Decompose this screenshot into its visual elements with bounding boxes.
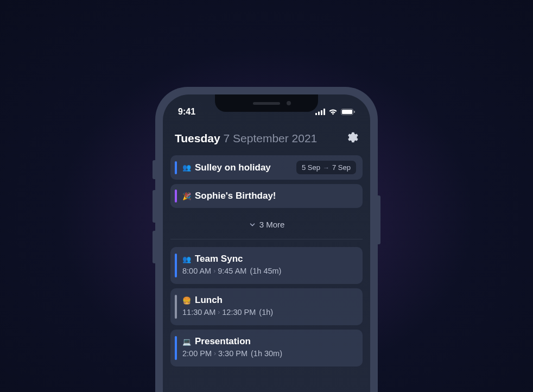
event-title: Sulley on holiday — [195, 162, 271, 173]
event-title-row: 🎉 Sophie's Birthday! — [182, 191, 356, 201]
date-from: 5 Sep — [302, 163, 320, 172]
event-color-stripe — [175, 189, 177, 203]
mute-switch — [153, 160, 155, 179]
event-title: Team Sync — [195, 254, 243, 264]
settings-button[interactable] — [346, 131, 358, 146]
event-title-row: 💻 Presentation — [182, 336, 356, 347]
date-string: 7 September 2021 — [224, 132, 318, 144]
status-icons — [315, 109, 355, 115]
status-time: 9:41 — [178, 107, 195, 117]
battery-icon — [341, 109, 355, 115]
speaker-grille — [253, 102, 280, 105]
event-time: 2:00 PM › 3:30 PM (1h 30m) — [182, 349, 356, 358]
end-time: 9:45 AM — [218, 267, 246, 275]
people-icon: 👥 — [182, 163, 191, 172]
duration: (1h) — [259, 308, 273, 317]
event-color-stripe — [175, 254, 177, 277]
party-icon: 🎉 — [182, 192, 191, 200]
event-color-stripe — [175, 295, 177, 319]
volume-down-button — [153, 231, 155, 263]
volume-up-button — [153, 190, 155, 223]
end-time: 12:30 PM — [222, 308, 256, 317]
day-name: Tuesday — [175, 132, 220, 144]
start-time: 8:00 AM — [182, 267, 211, 275]
start-time: 2:00 PM — [182, 349, 212, 358]
people-icon: 👥 — [182, 255, 191, 263]
event-time: 8:00 AM › 9:45 AM (1h 45m) — [182, 267, 356, 275]
arrow-right-icon: → — [323, 164, 329, 172]
event-time: 11:30 AM › 12:30 PM (1h) — [182, 308, 356, 317]
gear-icon — [346, 131, 358, 143]
event-title-row: 👥 Team Sync — [182, 254, 356, 264]
events-content: 👥 Sulley on holiday 5 Sep → 7 Sep 🎉 Soph… — [163, 155, 370, 366]
chevron-right-icon: › — [218, 308, 220, 316]
event-body: 🍔 Lunch 11:30 AM › 12:30 PM (1h) — [182, 295, 356, 317]
timed-event-card[interactable]: 💻 Presentation 2:00 PM › 3:30 PM (1h 30m… — [170, 330, 363, 366]
timed-event-card[interactable]: 👥 Team Sync 8:00 AM › 9:45 AM (1h 45m) — [170, 247, 363, 284]
event-color-stripe — [175, 336, 177, 360]
wifi-icon — [328, 109, 338, 115]
power-button — [378, 195, 380, 244]
cellular-icon — [315, 109, 325, 115]
show-more-button[interactable]: 3 More — [170, 212, 363, 239]
timed-event-card[interactable]: 🍔 Lunch 11:30 AM › 12:30 PM (1h) — [170, 288, 363, 325]
front-camera — [287, 101, 291, 105]
event-body: 🎉 Sophie's Birthday! — [182, 191, 356, 201]
event-title: Sophie's Birthday! — [195, 191, 276, 201]
svg-rect-2 — [321, 110, 322, 115]
event-body: 👥 Team Sync 8:00 AM › 9:45 AM (1h 45m) — [182, 254, 356, 275]
chevron-right-icon: › — [214, 350, 216, 357]
laptop-icon: 💻 — [182, 338, 191, 346]
phone-screen: 9:41 — [163, 94, 370, 392]
all-day-event-card[interactable]: 🎉 Sophie's Birthday! — [170, 184, 363, 208]
more-label: 3 More — [259, 220, 285, 229]
phone-frame: 9:41 — [155, 87, 378, 392]
page-title: Tuesday 7 September 2021 — [175, 132, 317, 145]
duration: (1h 45m) — [250, 267, 281, 275]
svg-rect-5 — [342, 110, 352, 114]
phone-notch — [215, 94, 318, 112]
all-day-event-card[interactable]: 👥 Sulley on holiday 5 Sep → 7 Sep — [170, 155, 363, 180]
chevron-down-icon — [249, 221, 256, 229]
page-header: Tuesday 7 September 2021 — [163, 122, 370, 155]
event-title: Presentation — [195, 336, 251, 347]
svg-rect-1 — [318, 112, 320, 116]
event-title: Lunch — [195, 295, 223, 306]
date-to: 7 Sep — [332, 163, 351, 172]
event-title-row: 🍔 Lunch — [182, 295, 356, 306]
event-title-row: 👥 Sulley on holiday — [182, 162, 296, 173]
food-icon: 🍔 — [182, 296, 191, 305]
chevron-right-icon: › — [213, 267, 215, 275]
date-range-pill: 5 Sep → 7 Sep — [296, 161, 356, 174]
svg-rect-6 — [354, 111, 355, 113]
svg-rect-3 — [323, 109, 325, 115]
start-time: 11:30 AM — [182, 308, 215, 317]
duration: (1h 30m) — [251, 349, 282, 358]
svg-rect-0 — [315, 113, 317, 115]
end-time: 3:30 PM — [218, 349, 248, 358]
event-body: 💻 Presentation 2:00 PM › 3:30 PM (1h 30m… — [182, 336, 356, 358]
event-color-stripe — [175, 161, 177, 174]
event-body: 👥 Sulley on holiday — [182, 162, 296, 173]
